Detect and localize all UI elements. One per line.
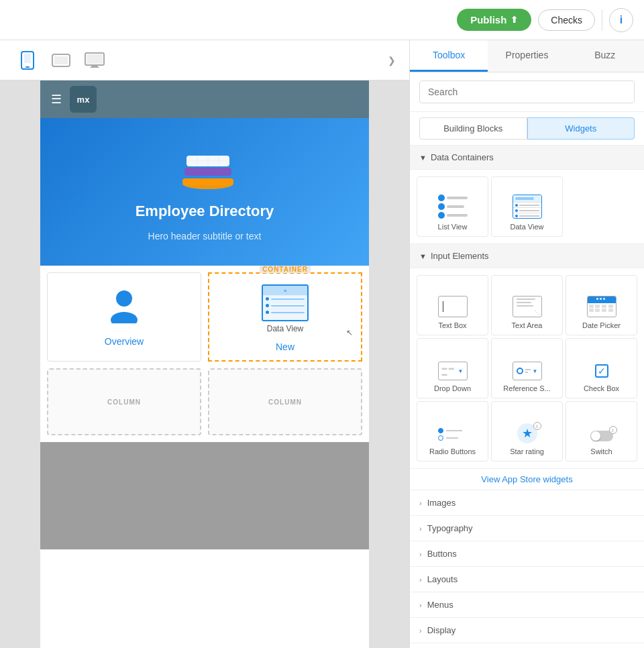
- widget-data-view[interactable]: Data View: [491, 176, 563, 237]
- drop-down-icon: ▬ ▬ ▬ ▼: [438, 362, 468, 380]
- svg-rect-20: [600, 298, 602, 300]
- device-toolbar: ❯: [0, 40, 409, 80]
- star-rating-icon: ★ i: [515, 423, 540, 443]
- hero-section: Employee Directory Hero header subtitle …: [40, 118, 369, 266]
- widget-radio-buttons[interactable]: Radio Buttons: [417, 401, 488, 462]
- right-panel: Toolbox Properties Buzz Building Blocks …: [409, 40, 644, 648]
- list-view-icon: [438, 195, 468, 219]
- expand-arrow-icon[interactable]: ❯: [388, 55, 396, 66]
- widget-check-box[interactable]: ✓ Check Box: [566, 338, 637, 398]
- info-button[interactable]: i: [609, 8, 633, 32]
- check-box-label: Check Box: [584, 384, 619, 392]
- widget-star-rating[interactable]: ★ i Star rating: [491, 401, 563, 462]
- content-area: Overview CONTAINER ≡: [40, 266, 369, 442]
- columns-grid: COLUMN COLUMN: [47, 368, 362, 435]
- hamburger-icon[interactable]: ☰: [51, 92, 62, 107]
- widget-text-area[interactable]: ⋱ Text Area: [491, 275, 563, 335]
- data-containers-grid: List View Data View: [410, 170, 644, 244]
- chevron-down-icon: ▼: [419, 154, 427, 162]
- top-bar: Publish ⬆ Checks i: [0, 0, 644, 40]
- radio-buttons-label: Radio Buttons: [429, 447, 476, 455]
- left-panel: ❯ ☰ mx: [0, 40, 409, 648]
- app-store-link[interactable]: View App Store widgets: [410, 469, 644, 490]
- publish-button[interactable]: Publish ⬆: [457, 9, 531, 31]
- widget-list-view[interactable]: List View: [417, 176, 488, 237]
- widget-text-box[interactable]: Text Box: [417, 275, 488, 335]
- section-layouts[interactable]: › Layouts: [410, 567, 644, 592]
- search-input[interactable]: [419, 80, 635, 103]
- tablet-icon: [52, 53, 70, 68]
- date-picker-label: Date Picker: [582, 321, 621, 329]
- text-area-label: Text Area: [512, 321, 543, 329]
- svg-point-17: [116, 290, 132, 307]
- container-wrapper: CONTAINER ≡ Data View: [208, 272, 362, 362]
- tab-buzz[interactable]: Buzz: [566, 40, 644, 72]
- widget-drop-down[interactable]: ▬ ▬ ▬ ▼ Drop Down: [417, 338, 488, 398]
- publish-label: Publish: [470, 14, 506, 25]
- reference-select-label: Reference S...: [503, 384, 550, 392]
- text-area-icon: ⋱: [513, 296, 542, 317]
- section-buttons[interactable]: › Buttons: [410, 541, 644, 567]
- divider: [602, 9, 602, 31]
- chevron-right-icon: ›: [419, 499, 422, 507]
- desktop-device-button[interactable]: [80, 46, 109, 74]
- data-view-icon: [513, 195, 542, 219]
- building-blocks-toggle[interactable]: Building Blocks: [419, 117, 527, 140]
- hero-logo: [178, 138, 231, 192]
- app-logo: mx: [70, 86, 97, 113]
- widget-date-picker[interactable]: Date Picker: [566, 275, 637, 335]
- chevron-right-icon-5: ›: [419, 601, 422, 609]
- dataview-label: Data View: [267, 324, 303, 333]
- star-rating-label: Star rating: [510, 447, 544, 455]
- chevron-down-icon-2: ▼: [419, 252, 427, 260]
- section-input-elements[interactable]: ▼ Input Elements: [410, 244, 644, 268]
- radio-buttons-icon: [438, 425, 468, 443]
- mobile-device-button[interactable]: [13, 46, 42, 74]
- column-right: COLUMN: [208, 368, 362, 435]
- tab-properties[interactable]: Properties: [488, 40, 566, 72]
- svg-rect-2: [24, 54, 31, 63]
- checks-button[interactable]: Checks: [538, 9, 595, 31]
- new-label: New: [215, 339, 356, 355]
- chevron-right-icon-3: ›: [419, 550, 422, 558]
- switch-label: Switch: [590, 447, 612, 455]
- column-right-label: COLUMN: [268, 398, 302, 406]
- svg-point-18: [111, 312, 138, 323]
- section-menus[interactable]: › Menus: [410, 592, 644, 618]
- reference-select-icon: ▼: [513, 362, 542, 380]
- bottom-gray-area: [40, 442, 369, 549]
- svg-rect-8: [90, 67, 99, 68]
- list-view-label: List View: [438, 223, 468, 231]
- tab-toolbox[interactable]: Toolbox: [410, 40, 488, 72]
- drag-cursor: ↖: [346, 328, 353, 337]
- section-display[interactable]: › Display: [410, 618, 644, 643]
- mobile-icon: [20, 51, 35, 70]
- container-outline: CONTAINER ≡ Data View: [208, 272, 362, 362]
- overview-label: Overview: [105, 336, 144, 347]
- panel-tabs: Toolbox Properties Buzz: [410, 40, 644, 72]
- section-typography[interactable]: › Typography: [410, 516, 644, 541]
- widget-reference-select[interactable]: ▼ Reference S...: [491, 338, 563, 398]
- data-view-label: Data View: [511, 223, 544, 231]
- input-elements-grid: Text Box ⋱ Text Area: [410, 268, 644, 469]
- widget-switch[interactable]: i Switch: [566, 401, 637, 462]
- svg-rect-11: [184, 168, 231, 176]
- tablet-device-button[interactable]: [47, 46, 75, 74]
- toolbox-scroll[interactable]: ▼ Data Containers List View: [410, 146, 644, 648]
- person-icon: [107, 286, 141, 329]
- overview-card: Overview: [47, 272, 201, 362]
- publish-arrow-icon: ⬆: [511, 15, 518, 25]
- desktop-icon: [85, 52, 105, 68]
- cards-grid: Overview CONTAINER ≡: [47, 272, 362, 362]
- canvas-area: ☰ mx: [0, 80, 409, 648]
- dataview-card: ≡ Data View ↖: [215, 279, 356, 339]
- section-images[interactable]: › Images: [410, 490, 644, 516]
- container-label: CONTAINER: [260, 266, 311, 273]
- text-box-label: Text Box: [438, 321, 466, 329]
- hero-subtitle: Hero header subtitle or text: [148, 231, 262, 241]
- main-layout: ❯ ☰ mx: [0, 40, 644, 648]
- svg-rect-7: [91, 66, 98, 67]
- widgets-toggle[interactable]: Widgets: [527, 117, 635, 140]
- switch-icon: i: [589, 429, 614, 443]
- section-data-containers[interactable]: ▼ Data Containers: [410, 146, 644, 170]
